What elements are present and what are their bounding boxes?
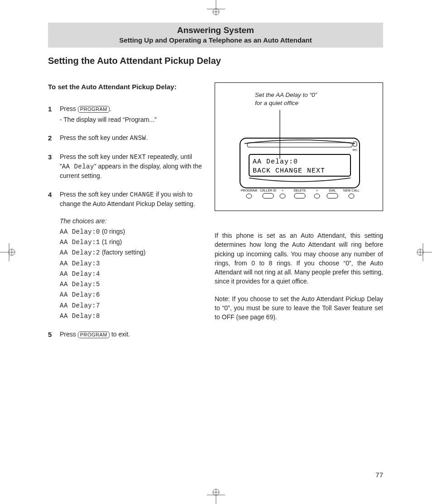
choice-code: AA Delay:7 bbox=[60, 302, 100, 309]
lcd-text: ANSW bbox=[130, 134, 146, 142]
newcall-label: NEW CALL bbox=[343, 189, 360, 192]
lcd-text: NEXT bbox=[130, 154, 146, 161]
choice-code: AA Delay:8 bbox=[60, 312, 100, 320]
step-2: 2 Press the soft key under ANSW. bbox=[48, 133, 202, 143]
svg-rect-28 bbox=[294, 193, 305, 198]
left-column: To set the Auto Attendant Pickup Delay: … bbox=[48, 82, 202, 349]
program-key-icon: PROGRAM bbox=[78, 331, 110, 338]
choice-code: AA Delay:3 bbox=[60, 260, 100, 267]
right-arrow-label: > bbox=[316, 189, 318, 192]
svg-point-27 bbox=[280, 194, 285, 198]
step-text: to exit. bbox=[110, 331, 130, 338]
step-list: 1 Press PROGRAM. - The display will read… bbox=[48, 104, 202, 340]
mic-label: MIC bbox=[353, 149, 358, 151]
step-5: 5 Press PROGRAM to exit. bbox=[48, 330, 202, 340]
step-text: Press bbox=[60, 105, 78, 112]
lcd-text: AA Delay bbox=[62, 163, 94, 170]
header-title: Answering System bbox=[52, 25, 379, 35]
step-text: Press the soft key under bbox=[60, 191, 130, 198]
svg-rect-30 bbox=[327, 193, 338, 198]
illustration-caption: Set the AA Delay to “0” for a quiet offi… bbox=[255, 91, 374, 107]
right-column: Set the AA Delay to “0” for a quiet offi… bbox=[215, 82, 383, 349]
left-arrow-label: < bbox=[282, 189, 283, 192]
choice-note: (factory setting) bbox=[100, 249, 145, 256]
lcd-line2: BACK CHANGE NEXT bbox=[253, 167, 325, 175]
choices-list: AA Delay:0 (0 rings) AA Delay:1 (1 ring)… bbox=[60, 227, 202, 321]
step-number: 3 bbox=[48, 152, 54, 181]
step-number: 2 bbox=[48, 133, 54, 143]
svg-point-29 bbox=[314, 194, 320, 198]
choice-code: AA Delay:4 bbox=[60, 270, 100, 278]
program-label: PROGRAM bbox=[241, 189, 257, 192]
choice-code: AA Delay:2 bbox=[60, 249, 100, 256]
step-text: . bbox=[146, 134, 148, 141]
svg-point-25 bbox=[246, 194, 252, 198]
svg-rect-23 bbox=[353, 142, 357, 146]
lcd-line1: AA Delay:0 bbox=[253, 158, 298, 166]
header-subtitle: Setting Up and Operating a Telephone as … bbox=[52, 36, 379, 44]
delete-label: DELETE bbox=[293, 189, 306, 192]
caption-line: Set the AA Delay to “0” bbox=[255, 91, 317, 98]
step-text: Press bbox=[60, 331, 78, 338]
step-4: 4 Press the soft key under CHANGE if you… bbox=[48, 190, 202, 321]
section-title: Setting the Auto Attendant Pickup Delay bbox=[48, 56, 383, 66]
choice-note: (1 ring) bbox=[100, 238, 122, 245]
step-text: Press the soft key under bbox=[60, 134, 130, 141]
header-bar: Answering System Setting Up and Operatin… bbox=[48, 23, 383, 48]
step-subtext: - The display will read “Program...” bbox=[60, 115, 202, 124]
svg-rect-26 bbox=[263, 193, 274, 198]
caption-line: for a quiet office bbox=[255, 100, 298, 106]
step-number: 4 bbox=[48, 190, 54, 321]
svg-point-31 bbox=[349, 194, 354, 198]
illustration-box: Set the AA Delay to “0” for a quiet offi… bbox=[215, 82, 383, 211]
program-key-icon: PROGRAM bbox=[78, 106, 110, 113]
page-number: 77 bbox=[375, 471, 383, 479]
lcd-text: CHANGE bbox=[130, 191, 154, 198]
choice-code: AA Delay:5 bbox=[60, 281, 100, 288]
svg-rect-22 bbox=[247, 143, 352, 147]
page-content: Answering System Setting Up and Operatin… bbox=[48, 23, 383, 349]
phone-illustration-icon: MIC AA Delay:0 BACK CHANGE NEXT PROGRAM … bbox=[226, 110, 371, 201]
crop-mark-left bbox=[0, 243, 16, 261]
step-1: 1 Press PROGRAM. - The display will read… bbox=[48, 104, 202, 125]
choice-note: (0 rings) bbox=[100, 228, 125, 235]
body-paragraph: Note: If you choose to set the Auto Atte… bbox=[215, 294, 383, 322]
step-text: . bbox=[110, 105, 111, 112]
step-3: 3 Press the soft key under NEXT repeated… bbox=[48, 152, 202, 181]
step-number: 5 bbox=[48, 330, 54, 340]
procedure-intro: To set the Auto Attendant Pickup Delay: bbox=[48, 82, 202, 91]
body-paragraph: If this phone is set as an Auto Attendan… bbox=[215, 231, 383, 286]
choices-intro: The choices are: bbox=[60, 216, 202, 226]
step-text: Press the soft key under bbox=[60, 153, 130, 160]
crop-mark-bottom bbox=[207, 488, 225, 504]
choice-code: AA Delay:1 bbox=[60, 239, 100, 246]
choice-code: AA Delay:0 bbox=[60, 228, 100, 235]
step-number: 1 bbox=[48, 104, 54, 125]
crop-mark-right bbox=[416, 243, 432, 261]
choice-code: AA Delay:6 bbox=[60, 291, 100, 298]
callerid-label: CALLER ID bbox=[260, 189, 276, 192]
crop-mark-top bbox=[207, 0, 225, 16]
dial-label: DIAL bbox=[329, 189, 336, 192]
